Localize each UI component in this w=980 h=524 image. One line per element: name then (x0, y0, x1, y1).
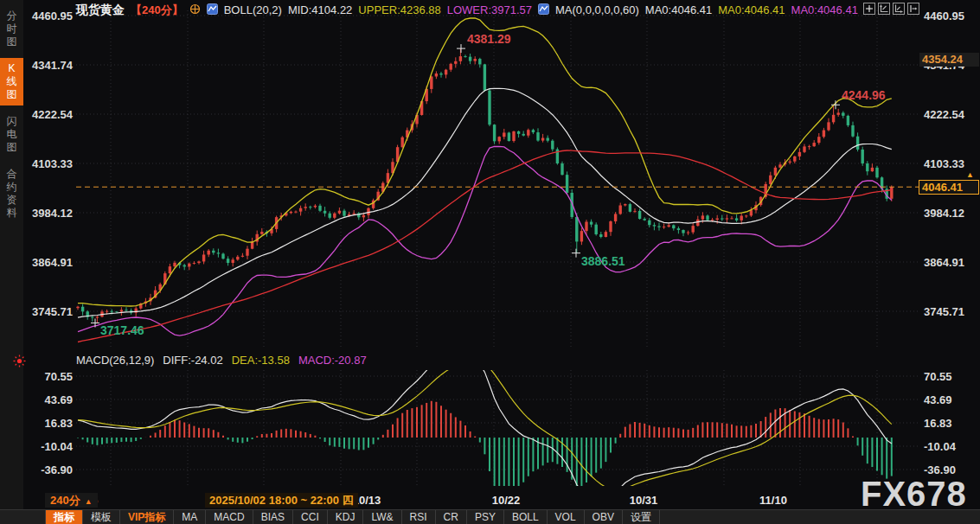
price-axis-label: 3984.12 (924, 207, 964, 220)
period-label: 【240分】 (131, 3, 183, 18)
toolbar-item-OBV[interactable]: OBV (585, 510, 623, 524)
candles-pane (76, 18, 893, 342)
macd-axis-label: 70.55 (924, 370, 952, 383)
macd-axis-label: 16.83 (924, 417, 952, 430)
trading-app-window: 4381.294244.963717.463886.514460.954460.… (0, 0, 980, 524)
boll-params: BOLL(20,2) (224, 3, 282, 16)
date-axis-label: 10/31 (630, 494, 658, 507)
chart-tools (863, 3, 919, 15)
price-axis-label: 3745.71 (924, 305, 964, 318)
macd-legend: MACD(26,12,9) DIFF:-24.02 DEA:-13.58 MAC… (76, 354, 367, 367)
macd-axis-label: 43.69 (44, 393, 73, 406)
price-axis-label: 4460.95 (32, 10, 73, 22)
macd-axis-label: 16.83 (44, 417, 73, 430)
target-icon[interactable] (189, 3, 201, 17)
toolbar-item-VOL[interactable]: VOL (548, 510, 585, 524)
toolbar-item-CCI[interactable]: CCI (293, 510, 328, 524)
price-axis-label: 4460.95 (924, 10, 964, 22)
ma0-white-value: MA0:4046.41 (645, 3, 712, 16)
price-axis-label: 3864.91 (32, 256, 73, 269)
price-axis-label: 4103.33 (924, 157, 964, 170)
high-price-label: 4381.29 (467, 32, 511, 46)
price-axis-label: 4341.74 (32, 59, 74, 72)
macd-diff-value: DIFF:-24.02 (163, 354, 222, 367)
toolbar-item-PSY[interactable]: PSY (467, 510, 504, 524)
toolbar-item-指标[interactable]: 指标 (45, 510, 83, 524)
toolbar-item-设置[interactable]: 设置 (623, 510, 660, 524)
price-axis-label: 3745.71 (32, 305, 73, 318)
boll-mid-value: MID:4104.22 (288, 3, 352, 16)
ma-chart-icon[interactable] (538, 3, 549, 17)
period-up-arrow: ▲ (85, 497, 93, 506)
ma-params: MA(0,0,0,0,0,60) (555, 3, 639, 16)
date-axis-label: 10/22 (492, 494, 521, 507)
boll-lower-value: LOWER:3971.57 (447, 3, 532, 16)
left-sidebar: 分时图K线图闪电图合约资料 (0, 0, 23, 524)
boll-chart-icon[interactable] (207, 3, 218, 17)
shift-right-icon[interactable] (907, 3, 919, 15)
toolbar-item-BOLL[interactable]: BOLL (504, 510, 548, 524)
indicator-toolbar: 指标模板VIP指标MAMACDBIASCCIKDJLW&RSICRPSYBOLL… (0, 509, 980, 524)
toolbar-item-BIAS[interactable]: BIAS (253, 510, 293, 524)
price-axis-label: 3984.12 (32, 207, 73, 220)
toolbar-item-模板[interactable]: 模板 (83, 510, 120, 524)
macd-pane (78, 355, 892, 500)
boll-upper-value: UPPER:4236.88 (358, 3, 440, 16)
sidebar-item-3[interactable]: 合约资料 (0, 163, 23, 224)
toolbar-item-LW&[interactable]: LW& (363, 510, 401, 524)
macd-axis-label: 70.55 (44, 370, 73, 383)
low-price-label: 3886.51 (581, 254, 625, 268)
watermark: FX678 (861, 475, 967, 514)
price-axis-label: 4103.33 (32, 157, 73, 170)
crosshair-date-tooltip: 2025/10/02 18:00 ~ 22:00 四 (205, 493, 358, 508)
alert-burst-icon[interactable] (13, 355, 26, 371)
current-price-box: 4046.41 (919, 180, 979, 195)
macd-axis-label: -10.04 (41, 440, 74, 453)
chart-legend-bar: 现货黄金 【240分】 BOLL(20,2) MID:4104.22 UPPER… (76, 3, 858, 17)
price-axis-label: 4222.54 (32, 108, 74, 121)
price-axis-label: 3864.91 (924, 256, 964, 269)
x-axis-scale-icon[interactable] (893, 3, 905, 15)
price-chart[interactable]: 4381.294244.963717.463886.514460.954460.… (0, 0, 980, 524)
low-price-label: 3717.46 (100, 323, 144, 337)
sidebar-item-0[interactable]: 分时图 (0, 5, 23, 53)
macd-axis-label: 43.69 (924, 393, 952, 406)
sidebar-item-1[interactable]: K线图 (0, 58, 23, 105)
macd-dea-value: DEA:-13.58 (232, 354, 290, 367)
toolbar-item-MA[interactable]: MA (174, 510, 206, 524)
toolbar-item-RSI[interactable]: RSI (402, 510, 436, 524)
symbol-name: 现货黄金 (76, 3, 125, 18)
sidebar-item-2[interactable]: 闪电图 (0, 111, 23, 158)
date-axis-label: 11/10 (759, 494, 787, 507)
ma0-magenta-value: MA0:4046.41 (791, 3, 858, 16)
macd-params: MACD(26,12,9) (76, 354, 154, 367)
high-price-label: 4244.96 (842, 88, 886, 102)
axis-high-marker: 4354.24 (919, 53, 979, 67)
price-pointer-icon: ▲ (966, 170, 974, 179)
macd-macd-value: MACD:-20.87 (298, 354, 367, 367)
price-axis-label: 4222.54 (924, 108, 965, 121)
ma0-yellow-value: MA0:4046.41 (718, 3, 785, 16)
toolbar-item-CR[interactable]: CR (436, 510, 467, 524)
y-axis-scale-icon[interactable] (878, 3, 890, 15)
crosshair-move-icon[interactable] (863, 3, 875, 15)
toolbar-item-VIP指标[interactable]: VIP指标 (120, 510, 174, 524)
toolbar-item-KDJ[interactable]: KDJ (328, 510, 364, 524)
macd-axis-label: -10.04 (924, 440, 957, 453)
period-selector-button[interactable]: 240分▲ (45, 493, 98, 508)
macd-axis-label: -36.90 (41, 463, 73, 476)
toolbar-item-MACD[interactable]: MACD (206, 510, 253, 524)
